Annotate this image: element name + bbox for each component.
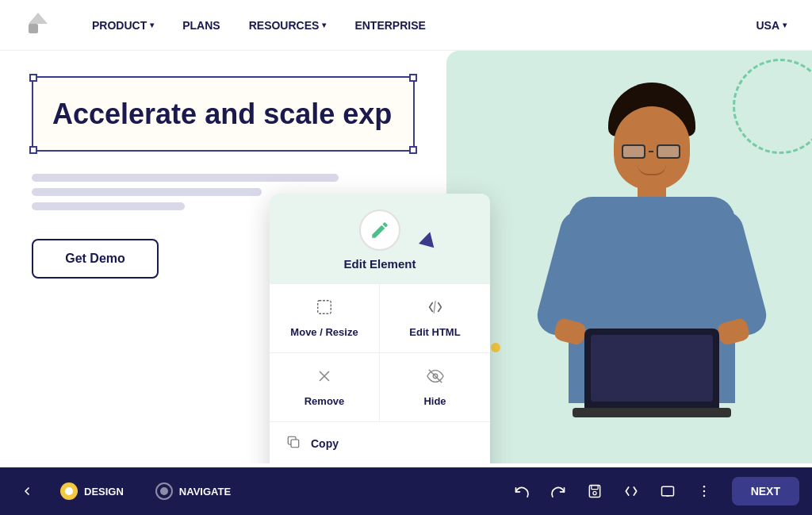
resize-handle-tr[interactable] bbox=[409, 74, 417, 82]
cursor-pointer-icon bbox=[419, 230, 438, 248]
chevron-down-icon: ▾ bbox=[150, 21, 154, 29]
hero-title: Accelerate and scale exp bbox=[52, 97, 394, 131]
code-button[interactable] bbox=[616, 476, 646, 506]
undo-button[interactable] bbox=[507, 476, 537, 506]
resize-handle-tl[interactable] bbox=[29, 74, 37, 82]
nav-item-plans[interactable]: PLANS bbox=[182, 19, 220, 32]
chevron-down-icon: ▾ bbox=[322, 21, 326, 29]
nav-item-enterprise[interactable]: ENTERPRISE bbox=[354, 19, 425, 32]
person-smile bbox=[638, 164, 666, 175]
design-mode-label: DESIGN bbox=[84, 486, 124, 498]
hide-label: Hide bbox=[423, 395, 446, 407]
move-resize-label: Move / Resize bbox=[290, 326, 358, 338]
design-mode-icon bbox=[60, 482, 78, 500]
placeholder-line bbox=[32, 174, 339, 182]
context-menu-remove[interactable]: Remove bbox=[270, 353, 380, 422]
chevron-down-icon: ▾ bbox=[783, 21, 787, 29]
navigate-mode-icon bbox=[155, 482, 173, 500]
get-demo-button[interactable]: Get Demo bbox=[32, 239, 159, 279]
svg-point-15 bbox=[703, 486, 705, 488]
person-glasses bbox=[622, 144, 680, 159]
context-menu: Edit Element Move / Resize bbox=[270, 194, 490, 463]
copy-icon bbox=[285, 435, 301, 452]
svg-rect-5 bbox=[291, 440, 299, 448]
bottom-toolbar: DESIGN NAVIGATE NEXT bbox=[0, 467, 812, 515]
context-menu-grid: Move / Resize Edit HTML bbox=[270, 283, 490, 422]
placeholder-line bbox=[32, 202, 185, 210]
yellow-dot bbox=[491, 343, 500, 352]
svg-rect-2 bbox=[318, 301, 331, 314]
context-menu-header: Edit Element bbox=[270, 194, 490, 283]
placeholder-line bbox=[32, 188, 262, 196]
edit-element-icon bbox=[370, 220, 390, 240]
nav-items: PRODUCT ▾ PLANS RESOURCES ▾ ENTERPRISE bbox=[92, 19, 756, 32]
resize-handle-bl[interactable] bbox=[29, 146, 37, 154]
design-mode-inner-dot bbox=[65, 487, 73, 495]
logo[interactable] bbox=[25, 10, 54, 41]
context-menu-title: Edit Element bbox=[344, 257, 416, 271]
move-resize-icon bbox=[316, 298, 333, 320]
svg-point-16 bbox=[703, 490, 705, 493]
back-button[interactable] bbox=[13, 477, 41, 505]
navigate-mode-label: NAVIGATE bbox=[179, 486, 231, 498]
svg-point-12 bbox=[593, 491, 596, 494]
nav-region[interactable]: USA ▾ bbox=[756, 19, 787, 32]
context-menu-move-resize[interactable]: Move / Resize bbox=[270, 284, 380, 353]
edit-html-label: Edit HTML bbox=[409, 326, 460, 338]
right-panel bbox=[446, 51, 812, 463]
person-head bbox=[614, 106, 690, 190]
hero-box: Accelerate and scale exp bbox=[32, 76, 415, 152]
main-content: Accelerate and scale exp Get Demo bbox=[0, 51, 812, 463]
svg-rect-13 bbox=[661, 486, 673, 496]
nav-item-resources[interactable]: RESOURCES ▾ bbox=[249, 19, 327, 32]
context-menu-copy[interactable]: Copy bbox=[270, 422, 490, 463]
design-mode-button[interactable]: DESIGN bbox=[48, 476, 136, 506]
edit-html-icon bbox=[427, 298, 444, 320]
svg-rect-0 bbox=[29, 24, 38, 33]
next-button[interactable]: NEXT bbox=[732, 477, 799, 505]
remove-label: Remove bbox=[304, 395, 345, 407]
save-button[interactable] bbox=[580, 476, 610, 506]
nav-item-product[interactable]: PRODUCT ▾ bbox=[92, 19, 154, 32]
svg-point-17 bbox=[703, 495, 705, 498]
remove-icon bbox=[316, 367, 333, 389]
context-menu-edit-html[interactable]: Edit HTML bbox=[380, 284, 490, 353]
laptop-screen bbox=[584, 329, 719, 408]
copy-label: Copy bbox=[311, 437, 339, 450]
navigate-mode-inner-dot bbox=[160, 487, 168, 495]
resize-handle-br[interactable] bbox=[409, 146, 417, 154]
person-illustration bbox=[541, 83, 763, 432]
svg-marker-1 bbox=[29, 13, 48, 24]
navbar: PRODUCT ▾ PLANS RESOURCES ▾ ENTERPRISE U… bbox=[0, 0, 812, 51]
edit-icon-container bbox=[359, 209, 400, 251]
navigate-mode-button[interactable]: NAVIGATE bbox=[143, 476, 243, 506]
context-menu-hide[interactable]: Hide bbox=[380, 353, 490, 422]
device-button[interactable] bbox=[653, 476, 683, 506]
more-options-button[interactable] bbox=[689, 476, 719, 506]
laptop-base bbox=[573, 408, 731, 417]
hide-icon bbox=[427, 367, 444, 389]
redo-button[interactable] bbox=[543, 476, 573, 506]
